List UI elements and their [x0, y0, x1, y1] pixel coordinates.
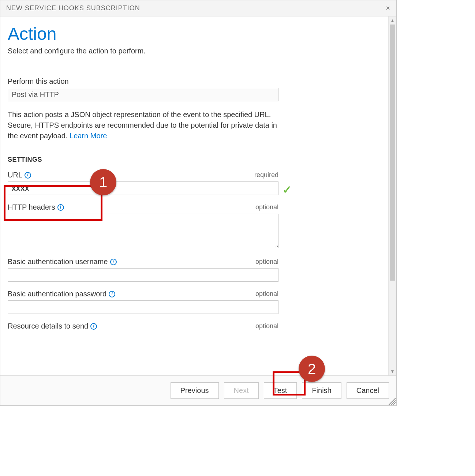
- action-label: Perform this action: [8, 77, 381, 86]
- headers-row: HTTP headers i optional: [8, 203, 278, 250]
- password-input[interactable]: [8, 300, 278, 314]
- learn-more-link[interactable]: Learn More: [70, 132, 107, 140]
- previous-button[interactable]: Previous: [171, 382, 219, 399]
- info-icon[interactable]: i: [90, 323, 97, 330]
- annotation-callout-2: 2: [299, 356, 325, 382]
- password-row: Basic authentication password i optional: [8, 290, 278, 314]
- finish-button[interactable]: Finish: [302, 382, 341, 399]
- annotation-callout-1: 1: [90, 169, 116, 195]
- footer: Previous Next Test Finish Cancel: [0, 375, 396, 405]
- url-row: URL i required ✓: [8, 171, 278, 195]
- resource-hint: optional: [255, 322, 278, 330]
- action-description: This action posts a JSON object represen…: [8, 109, 286, 141]
- resource-label: Resource details to send: [8, 322, 88, 330]
- action-description-text: This action posts a JSON object represen…: [8, 110, 277, 140]
- url-input[interactable]: [8, 181, 278, 195]
- page-title: Action: [8, 24, 381, 44]
- settings-header: SETTINGS: [8, 156, 381, 164]
- scroll-thumb[interactable]: [390, 25, 395, 281]
- username-input[interactable]: [8, 268, 278, 282]
- dialog-title: NEW SERVICE HOOKS SUBSCRIPTION: [6, 4, 140, 12]
- headers-hint: optional: [255, 203, 278, 211]
- resource-row: Resource details to send i optional: [8, 322, 278, 330]
- username-hint: optional: [255, 258, 278, 266]
- dialog: NEW SERVICE HOOKS SUBSCRIPTION × Action …: [0, 0, 397, 406]
- content: Action Select and configure the action t…: [0, 16, 388, 375]
- action-select[interactable]: Post via HTTP: [8, 88, 278, 101]
- scroll-down-icon[interactable]: ▼: [389, 368, 396, 375]
- check-icon: ✓: [283, 183, 292, 196]
- password-hint: optional: [255, 290, 278, 298]
- headers-input[interactable]: [8, 214, 278, 248]
- password-label: Basic authentication password: [8, 290, 106, 298]
- username-row: Basic authentication username i optional: [8, 258, 278, 282]
- next-button[interactable]: Next: [224, 382, 259, 399]
- username-label: Basic authentication username: [8, 258, 108, 266]
- scroll-up-icon[interactable]: ▲: [389, 17, 396, 24]
- test-button[interactable]: Test: [264, 382, 297, 399]
- body-wrap: Action Select and configure the action t…: [0, 16, 396, 375]
- info-icon[interactable]: i: [57, 204, 64, 211]
- title-bar: NEW SERVICE HOOKS SUBSCRIPTION ×: [0, 0, 396, 16]
- url-hint: required: [254, 171, 278, 179]
- cancel-button[interactable]: Cancel: [347, 382, 389, 399]
- page-subtitle: Select and configure the action to perfo…: [8, 47, 381, 55]
- info-icon[interactable]: i: [25, 172, 31, 179]
- url-label: URL: [8, 171, 22, 179]
- headers-label: HTTP headers: [8, 203, 55, 211]
- info-icon[interactable]: i: [109, 291, 115, 297]
- close-icon[interactable]: ×: [386, 4, 390, 12]
- info-icon[interactable]: i: [110, 259, 117, 265]
- scrollbar[interactable]: ▲ ▼: [388, 16, 396, 375]
